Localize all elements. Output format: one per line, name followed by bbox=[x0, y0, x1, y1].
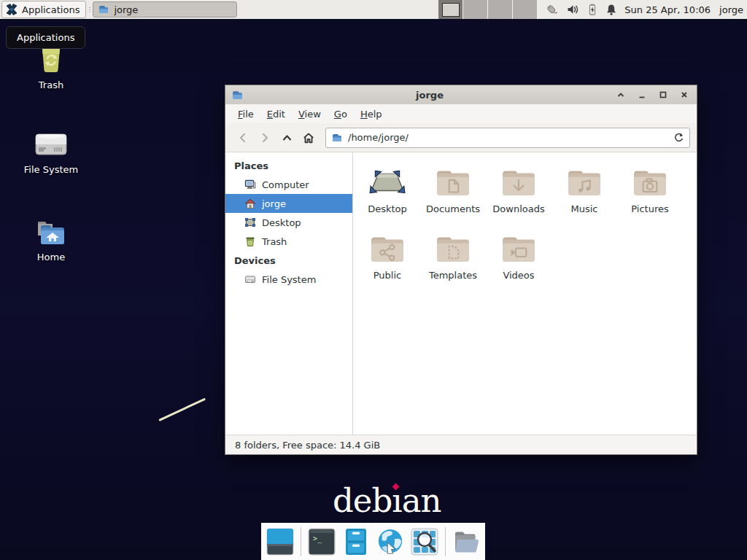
menu-view[interactable]: View bbox=[292, 109, 328, 120]
file-desktop[interactable]: Desktop bbox=[355, 167, 420, 214]
applications-menu-label: Applications bbox=[22, 4, 80, 15]
file-label: Pictures bbox=[631, 203, 668, 214]
file-manager-button[interactable] bbox=[342, 528, 370, 556]
sidebar: Places Computer bbox=[225, 152, 353, 435]
templates-folder-icon bbox=[435, 233, 471, 264]
taskbar-window-title: jorge bbox=[114, 4, 138, 15]
window-titlebar[interactable]: jorge bbox=[225, 85, 697, 104]
notifications-icon[interactable] bbox=[605, 3, 617, 16]
workspace-1[interactable] bbox=[438, 0, 463, 19]
maximize-button[interactable] bbox=[658, 90, 668, 100]
dock-separator bbox=[301, 527, 301, 556]
sidebar-item-filesystem[interactable]: File System bbox=[225, 270, 352, 289]
menu-file[interactable]: File bbox=[231, 109, 260, 120]
desktop-icon-filesystem[interactable]: File System bbox=[16, 130, 86, 175]
window-body: Places Computer bbox=[225, 152, 697, 435]
applications-menu-button[interactable]: Applications bbox=[1, 1, 86, 18]
panel-handle[interactable]: ⋮ bbox=[86, 0, 92, 19]
window-controls bbox=[616, 90, 689, 100]
location-path[interactable]: /home/jorge/ bbox=[348, 132, 668, 143]
sidebar-item-desktop[interactable]: Desktop bbox=[225, 213, 352, 232]
harddrive-icon bbox=[244, 273, 256, 285]
show-desktop-button[interactable] bbox=[266, 528, 294, 556]
close-button[interactable] bbox=[679, 90, 689, 100]
menu-edit[interactable]: Edit bbox=[260, 109, 292, 120]
minimize-button[interactable] bbox=[637, 90, 647, 100]
web-browser-button[interactable] bbox=[376, 528, 404, 556]
show-desktop-icon bbox=[266, 528, 294, 556]
sidebar-item-trash[interactable]: Trash bbox=[225, 232, 352, 251]
file-cabinet-icon bbox=[342, 528, 370, 556]
arrow-up-icon bbox=[281, 132, 293, 144]
desktop-icon-label: Home bbox=[37, 252, 65, 262]
workspace-4[interactable] bbox=[513, 0, 538, 19]
taskbar-window-button[interactable]: jorge bbox=[93, 1, 237, 18]
reload-icon[interactable] bbox=[673, 132, 684, 143]
file-public[interactable]: Public bbox=[355, 233, 420, 281]
dock-separator bbox=[445, 527, 446, 556]
forward-button[interactable] bbox=[254, 128, 276, 148]
sidebar-item-computer[interactable]: Computer bbox=[225, 175, 352, 194]
shade-button[interactable] bbox=[616, 90, 626, 100]
sidebar-item-label: Trash bbox=[262, 236, 287, 247]
panel-username[interactable]: jorge bbox=[719, 4, 743, 15]
mouse-settings-icon[interactable] bbox=[544, 3, 559, 16]
panel-clock[interactable]: Sun 25 Apr, 10:06 bbox=[624, 4, 711, 15]
videos-folder-icon bbox=[500, 233, 537, 264]
pictures-folder-icon bbox=[632, 167, 668, 198]
folder-icon bbox=[98, 4, 109, 15]
home-folder-icon bbox=[34, 217, 69, 246]
file-label: Public bbox=[374, 270, 401, 281]
workspace-window-preview bbox=[442, 3, 460, 17]
debian-logo: debıan bbox=[333, 481, 441, 520]
home-button[interactable] bbox=[298, 128, 320, 148]
desktop: Applications ⋮ jorge bbox=[0, 0, 747, 560]
sidebar-item-label: Computer bbox=[262, 179, 309, 190]
music-folder-icon bbox=[566, 167, 603, 198]
workspace-pager bbox=[438, 0, 538, 19]
chevron-left-icon bbox=[237, 132, 249, 144]
desktop-icon-label: Trash bbox=[39, 79, 63, 90]
up-button[interactable] bbox=[276, 128, 298, 148]
sidebar-header-places: Places bbox=[225, 156, 352, 175]
sidebar-item-label: Desktop bbox=[262, 217, 301, 228]
file-label: Templates bbox=[429, 270, 477, 281]
workspace-2[interactable] bbox=[463, 0, 488, 19]
sidebar-item-jorge[interactable]: jorge bbox=[225, 194, 352, 213]
location-bar[interactable]: /home/jorge/ bbox=[325, 128, 690, 148]
sidebar-header-devices: Devices bbox=[225, 251, 352, 270]
file-templates[interactable]: Templates bbox=[420, 233, 486, 281]
folder-shortcut-button[interactable] bbox=[452, 528, 480, 556]
applications-tooltip: Applications bbox=[6, 26, 85, 49]
file-videos[interactable]: Videos bbox=[486, 233, 551, 281]
application-finder-button[interactable] bbox=[411, 528, 438, 556]
menubar: File Edit View Go Help bbox=[225, 104, 697, 123]
debian-logo-text: deb bbox=[333, 481, 392, 520]
workspace-3[interactable] bbox=[488, 0, 513, 19]
wallpaper-line-artifact bbox=[158, 398, 206, 421]
file-label: Documents bbox=[426, 203, 480, 214]
debian-logo-text: an bbox=[402, 481, 441, 520]
desktop-folder-icon bbox=[369, 167, 406, 198]
file-music[interactable]: Music bbox=[551, 167, 617, 214]
battery-icon[interactable] bbox=[587, 3, 597, 16]
back-button[interactable] bbox=[232, 128, 254, 148]
trash-icon bbox=[244, 236, 256, 247]
terminal-button[interactable]: >_ bbox=[308, 528, 336, 556]
sidebar-item-label: File System bbox=[262, 274, 316, 285]
file-label: Desktop bbox=[368, 203, 407, 214]
file-pictures[interactable]: Pictures bbox=[617, 167, 683, 214]
desktop-icon bbox=[244, 217, 256, 228]
file-downloads[interactable]: Downloads bbox=[486, 167, 551, 214]
computer-icon bbox=[244, 179, 256, 190]
menu-go[interactable]: Go bbox=[328, 109, 354, 120]
sidebar-item-label: jorge bbox=[262, 198, 286, 209]
menu-help[interactable]: Help bbox=[354, 109, 389, 120]
desktop-icon-home[interactable]: Home bbox=[16, 217, 86, 262]
file-documents[interactable]: Documents bbox=[420, 167, 486, 214]
file-folder-icon bbox=[452, 528, 480, 556]
toolbar: /home/jorge/ bbox=[225, 123, 697, 152]
application-finder-icon bbox=[411, 528, 438, 556]
volume-icon[interactable] bbox=[567, 3, 579, 16]
home-icon bbox=[302, 131, 315, 144]
